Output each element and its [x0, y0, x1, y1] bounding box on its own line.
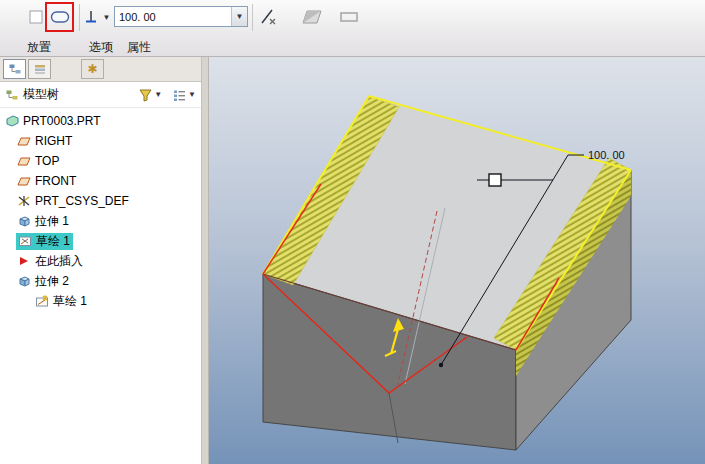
placement-panel-button[interactable]: 放置: [27, 39, 51, 56]
toolbar-separator: [252, 4, 253, 31]
tree-item-label: RIGHT: [35, 134, 72, 148]
dimension-anchor: [439, 363, 443, 367]
cap-ends-button[interactable]: [338, 5, 360, 29]
datum-plane-icon: [16, 174, 32, 188]
depth-value-combo: ▼: [114, 6, 248, 27]
datum-plane-icon: [16, 154, 32, 168]
navigator-tabstrip: ✱: [0, 57, 201, 82]
chevron-down-icon: ▼: [236, 12, 244, 21]
toolbar-separator: [79, 4, 80, 31]
remove-material-button[interactable]: [300, 5, 324, 29]
depth-value-input[interactable]: [115, 7, 231, 26]
flip-direction-button[interactable]: [257, 5, 279, 29]
model-tree-icon: [8, 63, 22, 75]
model-tree-tab[interactable]: [3, 59, 26, 79]
model-tree-icon: [5, 89, 19, 101]
depth-option-dropdown[interactable]: ▼: [100, 5, 113, 29]
thicken-toggle-button[interactable]: [49, 8, 71, 26]
tree-item-front-plane[interactable]: FRONT: [0, 171, 201, 191]
tree-display-options-button[interactable]: ▼: [172, 88, 196, 102]
model-tree: PRT0003.PRT RIGHT TOP FRONT: [0, 108, 201, 464]
tree-item-right-plane[interactable]: RIGHT: [0, 131, 201, 151]
chevron-down-icon: ▼: [103, 13, 111, 22]
tree-item-label: 草绘 1: [53, 293, 87, 310]
insert-here-icon: [16, 254, 32, 268]
model-view: 100. 00: [209, 57, 705, 464]
solid-toggle-icon: [27, 8, 45, 26]
tree-filter-button[interactable]: ▼: [138, 88, 162, 102]
folder-browser-tab[interactable]: [28, 59, 51, 79]
navigator-panel: ✱ 模型树 ▼ ▼: [0, 57, 202, 464]
thicken-toggle-icon: [49, 8, 71, 26]
tree-item-label: 草绘 1: [36, 233, 70, 250]
favorites-button[interactable]: ✱: [81, 59, 104, 79]
depth-drag-handle[interactable]: [489, 174, 501, 186]
display-options-icon: [172, 88, 187, 102]
model-tree-header: 模型树 ▼ ▼: [0, 82, 201, 108]
tree-item-extrude-2[interactable]: 拉伸 2: [0, 271, 201, 291]
panel-splitter[interactable]: [202, 57, 209, 464]
tree-item-label: FRONT: [35, 174, 76, 188]
panel-title: 模型树: [23, 86, 59, 103]
cap-ends-icon: [339, 9, 359, 25]
solid-toggle-button[interactable]: [25, 5, 46, 29]
options-panel-button[interactable]: 选项: [89, 39, 113, 56]
tree-item-part[interactable]: PRT0003.PRT: [0, 111, 201, 131]
cad-application-window: ▼ ▼ 放置 选项: [0, 0, 705, 464]
csys-icon: [16, 194, 32, 208]
dimension-value[interactable]: 100. 00: [588, 149, 625, 161]
star-icon: ✱: [87, 63, 97, 75]
depth-combo-dropdown-button[interactable]: ▼: [231, 7, 247, 26]
tree-item-extrude-1[interactable]: 拉伸 1: [0, 211, 201, 231]
tree-item-insert-here[interactable]: 在此插入: [0, 251, 201, 271]
chevron-down-icon: ▼: [154, 90, 162, 99]
tree-item-csys[interactable]: PRT_CSYS_DEF: [0, 191, 201, 211]
extrude-icon: [16, 214, 32, 228]
extrude-icon: [16, 274, 32, 288]
chevron-down-icon: ▼: [188, 90, 196, 99]
tree-item-label: 拉伸 2: [35, 273, 69, 290]
depth-option-button[interactable]: [82, 5, 100, 29]
sketch-icon: [17, 234, 33, 248]
graphics-area[interactable]: 100. 00: [209, 57, 705, 464]
tree-item-label: 在此插入: [35, 253, 83, 270]
tree-item-sketch-1-selected[interactable]: 草绘 1: [0, 231, 201, 251]
part-icon: [4, 114, 20, 128]
depth-blind-icon: [83, 8, 99, 26]
tree-item-label: 拉伸 1: [35, 213, 69, 230]
selection-highlight: 草绘 1: [16, 233, 73, 250]
filter-icon: [138, 88, 153, 102]
sketch-icon: [34, 294, 50, 308]
remove-material-icon: [301, 8, 323, 26]
properties-panel-button[interactable]: 属性: [127, 39, 151, 56]
layers-icon: [33, 63, 47, 75]
tree-item-top-plane[interactable]: TOP: [0, 151, 201, 171]
annotation-highlight-box: [45, 2, 74, 32]
tree-item-label: TOP: [35, 154, 59, 168]
tree-item-label: PRT0003.PRT: [23, 114, 101, 128]
feature-dashboard: ▼ ▼ 放置 选项: [0, 0, 705, 57]
datum-plane-icon: [16, 134, 32, 148]
flip-direction-icon: [258, 7, 278, 27]
tree-item-sketch-1-child[interactable]: 草绘 1: [0, 291, 201, 311]
tree-item-label: PRT_CSYS_DEF: [35, 194, 129, 208]
